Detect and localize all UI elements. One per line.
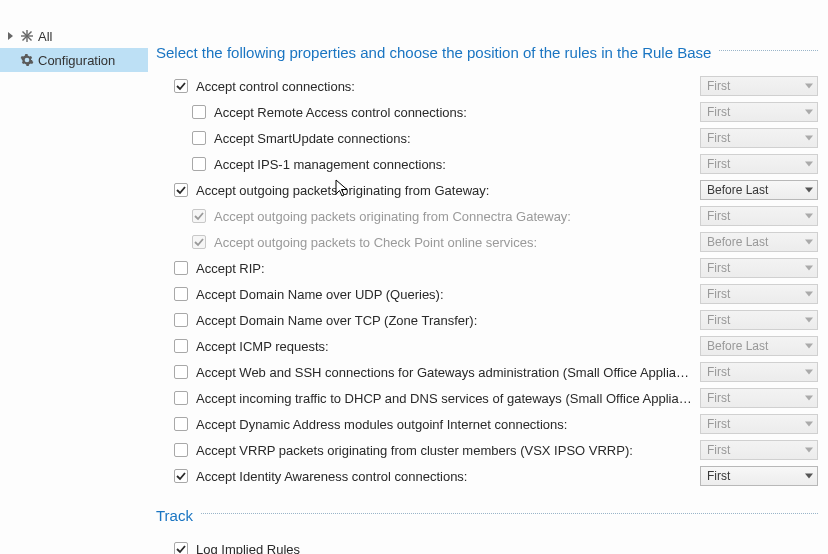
position-dropdown: First bbox=[700, 414, 818, 434]
position-dropdown: First bbox=[700, 102, 818, 122]
checkbox bbox=[192, 209, 206, 223]
chevron-down-icon bbox=[805, 344, 813, 349]
position-dropdown: First bbox=[700, 362, 818, 382]
rule-left: Accept VRRP packets originating from clu… bbox=[156, 443, 692, 458]
dropdown-value: First bbox=[707, 469, 730, 483]
rule-row: Log Implied Rules bbox=[156, 536, 818, 554]
rule-left: Accept Domain Name over UDP (Queries): bbox=[156, 287, 692, 302]
rule-label: Accept Identity Awareness control connec… bbox=[196, 469, 467, 484]
rule-row: Accept outgoing packets originating from… bbox=[156, 177, 818, 203]
dropdown-value: First bbox=[707, 209, 730, 223]
checkbox bbox=[192, 235, 206, 249]
chevron-down-icon bbox=[805, 370, 813, 375]
position-dropdown: First bbox=[700, 154, 818, 174]
rule-label: Log Implied Rules bbox=[196, 542, 300, 555]
rule-left: Accept outgoing packets originating from… bbox=[156, 209, 692, 224]
position-dropdown: First bbox=[700, 128, 818, 148]
position-dropdown: Before Last bbox=[700, 232, 818, 252]
checkbox[interactable] bbox=[174, 542, 188, 554]
app-root: All Configuration Select the following p… bbox=[0, 0, 828, 554]
checkbox[interactable] bbox=[174, 313, 188, 327]
section-title-text: Track bbox=[156, 507, 193, 524]
rule-left: Accept SmartUpdate connections: bbox=[156, 131, 692, 146]
rule-row: Accept IPS-1 management connections:Firs… bbox=[156, 151, 818, 177]
checkbox[interactable] bbox=[174, 469, 188, 483]
tree-item-label: Configuration bbox=[38, 53, 115, 68]
rule-left: Accept Remote Access control connections… bbox=[156, 105, 692, 120]
dropdown-value: First bbox=[707, 79, 730, 93]
checkbox[interactable] bbox=[174, 79, 188, 93]
dropdown-value: Before Last bbox=[707, 235, 768, 249]
checkbox[interactable] bbox=[192, 157, 206, 171]
rule-row: Accept Domain Name over TCP (Zone Transf… bbox=[156, 307, 818, 333]
rule-left: Accept IPS-1 management connections: bbox=[156, 157, 692, 172]
checkbox[interactable] bbox=[192, 131, 206, 145]
checkbox[interactable] bbox=[174, 339, 188, 353]
chevron-down-icon bbox=[805, 240, 813, 245]
dropdown-value: First bbox=[707, 287, 730, 301]
chevron-down-icon bbox=[805, 396, 813, 401]
rule-left: Accept Web and SSH connections for Gatew… bbox=[156, 365, 692, 380]
chevron-down-icon bbox=[805, 448, 813, 453]
rule-row: Accept outgoing packets originating from… bbox=[156, 203, 818, 229]
checkbox[interactable] bbox=[174, 365, 188, 379]
rule-row: Accept Domain Name over UDP (Queries):Fi… bbox=[156, 281, 818, 307]
rule-row: Accept Remote Access control connections… bbox=[156, 99, 818, 125]
dropdown-value: First bbox=[707, 313, 730, 327]
rule-label: Accept Domain Name over UDP (Queries): bbox=[196, 287, 444, 302]
checkbox[interactable] bbox=[174, 287, 188, 301]
position-dropdown[interactable]: Before Last bbox=[700, 180, 818, 200]
position-dropdown[interactable]: First bbox=[700, 466, 818, 486]
checkbox[interactable] bbox=[174, 443, 188, 457]
rule-left: Accept ICMP requests: bbox=[156, 339, 692, 354]
section-divider bbox=[719, 50, 818, 51]
rules-list: Accept control connections:FirstAccept R… bbox=[156, 73, 818, 489]
chevron-down-icon bbox=[805, 162, 813, 167]
chevron-down-icon bbox=[805, 188, 813, 193]
rule-label: Accept Domain Name over TCP (Zone Transf… bbox=[196, 313, 477, 328]
checkbox[interactable] bbox=[192, 105, 206, 119]
checkbox[interactable] bbox=[174, 183, 188, 197]
main-panel: Select the following properties and choo… bbox=[148, 0, 828, 554]
rule-row: Accept Identity Awareness control connec… bbox=[156, 463, 818, 489]
rule-label: Accept outgoing packets to Check Point o… bbox=[214, 235, 537, 250]
chevron-down-icon bbox=[805, 110, 813, 115]
rule-row: Accept ICMP requests:Before Last bbox=[156, 333, 818, 359]
chevron-down-icon bbox=[805, 136, 813, 141]
rule-label: Accept VRRP packets originating from clu… bbox=[196, 443, 633, 458]
section-title-text: Select the following properties and choo… bbox=[156, 44, 711, 61]
dropdown-value: Before Last bbox=[707, 339, 768, 353]
rule-label: Accept IPS-1 management connections: bbox=[214, 157, 446, 172]
rule-label: Accept outgoing packets originating from… bbox=[214, 209, 571, 224]
tree-item-all[interactable]: All bbox=[0, 24, 148, 48]
chevron-down-icon bbox=[805, 422, 813, 427]
section-divider bbox=[201, 513, 818, 514]
rule-label: Accept RIP: bbox=[196, 261, 265, 276]
checkbox[interactable] bbox=[174, 391, 188, 405]
checkbox[interactable] bbox=[174, 417, 188, 431]
rule-row: Accept VRRP packets originating from clu… bbox=[156, 437, 818, 463]
position-dropdown: First bbox=[700, 258, 818, 278]
dropdown-value: First bbox=[707, 443, 730, 457]
rule-label: Accept ICMP requests: bbox=[196, 339, 329, 354]
rule-left: Accept Domain Name over TCP (Zone Transf… bbox=[156, 313, 692, 328]
dropdown-value: First bbox=[707, 365, 730, 379]
rule-label: Accept Web and SSH connections for Gatew… bbox=[196, 365, 692, 380]
position-dropdown: First bbox=[700, 206, 818, 226]
rule-row: Accept Web and SSH connections for Gatew… bbox=[156, 359, 818, 385]
rule-label: Accept outgoing packets originating from… bbox=[196, 183, 489, 198]
rule-row: Accept control connections:First bbox=[156, 73, 818, 99]
tree-item-configuration[interactable]: Configuration bbox=[0, 48, 148, 72]
chevron-down-icon bbox=[805, 266, 813, 271]
checkbox[interactable] bbox=[174, 261, 188, 275]
asterisk-icon bbox=[20, 29, 34, 43]
track-list: Log Implied Rules bbox=[156, 536, 818, 554]
dropdown-value: Before Last bbox=[707, 183, 768, 197]
rule-left: Accept incoming traffic to DHCP and DNS … bbox=[156, 391, 692, 406]
position-dropdown: First bbox=[700, 310, 818, 330]
position-dropdown: First bbox=[700, 388, 818, 408]
position-dropdown: First bbox=[700, 440, 818, 460]
rule-label: Accept Remote Access control connections… bbox=[214, 105, 467, 120]
position-dropdown: First bbox=[700, 76, 818, 96]
sidebar: All Configuration bbox=[0, 0, 148, 554]
